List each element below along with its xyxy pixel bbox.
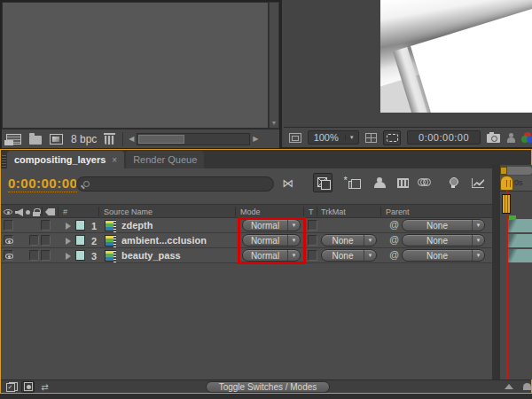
t-toggle[interactable] — [308, 250, 317, 261]
interpret-footage-icon[interactable] — [6, 134, 21, 145]
toggle-mask-button[interactable] — [383, 130, 400, 145]
bit-depth-label[interactable]: 8 bpc — [71, 133, 97, 145]
scroll-right-icon[interactable]: ▶ — [250, 135, 261, 143]
chevron-down-icon[interactable]: ▼ — [345, 135, 358, 140]
col-trkmat[interactable]: TrkMat — [321, 207, 346, 216]
zoom-mountain-icon[interactable] — [505, 384, 513, 389]
solo-toggle[interactable] — [29, 250, 39, 261]
col-mode[interactable]: Mode — [240, 207, 261, 216]
parent-dropdown[interactable]: None ▼ — [402, 234, 485, 246]
motion-blur-button[interactable] — [415, 173, 434, 192]
tab-render-queue[interactable]: Render Queue — [126, 151, 204, 168]
parent-dropdown[interactable]: None ▼ — [402, 219, 485, 231]
layer-number: 1 — [91, 221, 97, 231]
lock-toggle[interactable] — [41, 220, 51, 231]
expand-arrow-icon[interactable] — [66, 238, 71, 245]
lock-toggle[interactable] — [41, 235, 51, 246]
scroll-down-icon[interactable]: ▼ — [270, 120, 278, 126]
expand-arrow-icon[interactable] — [66, 223, 71, 230]
tab-compositing-layers[interactable]: compositing_layers × — [7, 151, 124, 168]
project-vertical-scrollbar[interactable]: ▼ — [269, 2, 279, 129]
eye-icon — [5, 239, 13, 244]
label-swatch[interactable] — [75, 235, 85, 246]
project-horizontal-scrollbar[interactable]: ◀ ▶ — [122, 132, 261, 146]
new-folder-icon[interactable] — [29, 136, 42, 145]
live-update-button[interactable] — [313, 173, 332, 192]
trkmat-dropdown[interactable]: None ▼ — [321, 249, 377, 262]
video-toggle[interactable] — [4, 220, 13, 231]
video-toggle[interactable] — [4, 250, 13, 261]
current-time-indicator[interactable] — [500, 176, 513, 191]
tab-label: Render Queue — [133, 154, 197, 165]
layer-name[interactable]: zdepth — [121, 220, 153, 231]
layer-switches-pane-button[interactable] — [4, 381, 18, 393]
composition-mini-flowchart-button[interactable]: ⋈ — [278, 173, 298, 192]
pick-whip-icon[interactable]: @ — [389, 234, 399, 245]
t-toggle[interactable] — [308, 220, 317, 231]
parent-dropdown[interactable]: None ▼ — [402, 249, 485, 262]
work-area-start-handle[interactable] — [500, 167, 507, 175]
current-time-field[interactable]: 0:00:00:00 — [8, 176, 77, 192]
search-input[interactable] — [76, 176, 274, 192]
region-of-interest-icon[interactable] — [289, 133, 301, 143]
layer-name[interactable]: beauty_pass — [121, 250, 181, 261]
pick-whip-icon[interactable]: @ — [389, 219, 399, 230]
frame-blending-icon — [397, 178, 409, 188]
col-number[interactable]: # — [63, 207, 67, 216]
layer-name[interactable]: ambient...cclusion — [121, 235, 207, 246]
close-icon[interactable]: × — [112, 155, 117, 165]
layer-duration-bar-1[interactable] — [508, 219, 532, 232]
layer-duration-bar-2[interactable] — [508, 234, 532, 247]
draft-3d-button[interactable] — [341, 173, 361, 192]
motion-blur-icon — [418, 178, 432, 187]
label-swatch[interactable] — [75, 220, 85, 231]
in-out-duration-pane-button[interactable]: ⇄ — [38, 381, 51, 393]
transfer-controls-pane-icon — [24, 382, 33, 391]
video-toggle[interactable] — [4, 235, 13, 246]
label-swatch[interactable] — [75, 250, 85, 261]
grid-guides-icon[interactable] — [365, 133, 378, 143]
hide-shy-layers-button[interactable] — [370, 173, 389, 192]
comp-marker-bin-icon[interactable] — [523, 383, 531, 390]
current-time-indicator-tail[interactable] — [502, 194, 511, 214]
video-column-icon[interactable] — [4, 209, 12, 215]
brainstorm-button[interactable] — [443, 173, 463, 192]
transfer-controls-pane-button[interactable] — [21, 381, 35, 393]
graph-editor-button[interactable] — [468, 173, 488, 192]
trkmat-dropdown[interactable]: None ▼ — [321, 234, 377, 246]
timeline-toolbar: 0:00:00:00 ⋈ — [1, 168, 531, 204]
comp-timecode[interactable]: 0:00:00:00 — [407, 130, 481, 145]
audio-column-icon[interactable] — [15, 208, 23, 216]
expand-arrow-icon[interactable] — [66, 253, 71, 260]
snapshot-camera-icon[interactable] — [487, 134, 500, 143]
column-timeline-divider[interactable] — [492, 165, 500, 379]
scrollbar-thumb[interactable] — [138, 135, 184, 144]
lock-column-icon[interactable] — [33, 212, 40, 216]
frame-blending-button[interactable] — [393, 173, 412, 192]
layer-duration-bar-3[interactable] — [508, 249, 532, 262]
magnification-dropdown[interactable]: 100% ▼ — [308, 130, 359, 145]
new-composition-icon[interactable] — [50, 134, 63, 145]
delete-icon[interactable] — [105, 136, 114, 145]
eye-icon — [5, 254, 13, 259]
lock-toggle[interactable] — [41, 250, 51, 261]
show-snapshot-icon[interactable] — [506, 133, 516, 143]
t-toggle[interactable] — [308, 235, 317, 246]
pick-whip-icon[interactable]: @ — [389, 249, 399, 260]
toggle-switches-modes-button[interactable]: Toggle Switches / Modes — [206, 381, 330, 393]
panel-gripper-icon[interactable] — [2, 155, 6, 168]
scrollbar-track[interactable] — [137, 133, 250, 145]
work-area-marker[interactable] — [509, 215, 516, 220]
tab-label: compositing_layers — [14, 154, 106, 165]
solo-column-icon[interactable] — [26, 210, 30, 215]
solo-toggle[interactable] — [29, 235, 39, 246]
col-t[interactable]: T — [309, 207, 314, 216]
scroll-left-icon[interactable]: ◀ — [126, 135, 137, 143]
brainstorm-icon — [449, 177, 458, 188]
live-update-icon — [317, 177, 329, 188]
channel-rgb-icon[interactable] — [521, 132, 532, 143]
label-column-icon[interactable] — [45, 208, 55, 215]
col-source-name[interactable]: Source Name — [104, 207, 153, 216]
footage-icon — [105, 235, 116, 246]
col-parent[interactable]: Parent — [386, 207, 410, 216]
